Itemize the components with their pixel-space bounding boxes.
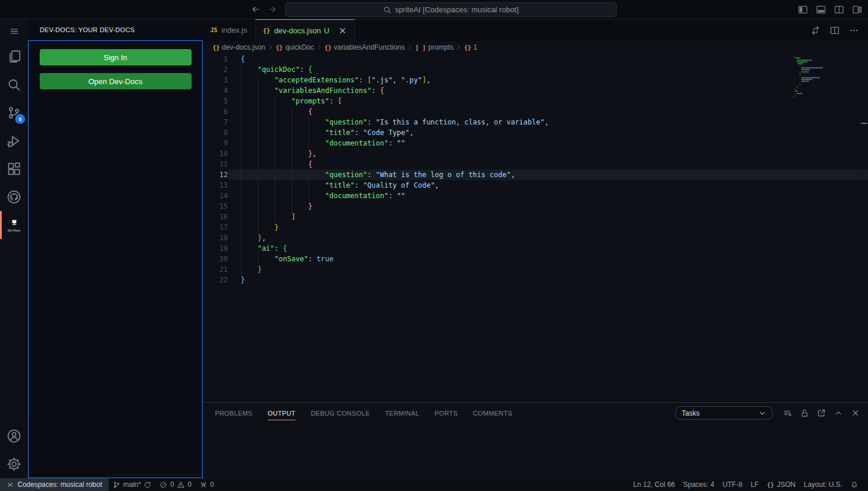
status-item-indentation[interactable]: Spaces: 4 <box>679 478 718 491</box>
line-number: 8 <box>203 127 228 138</box>
code-line-4[interactable]: 4 "variablesAndFunctions": { <box>203 85 868 96</box>
breadcrumb-item[interactable]: {}dev-docs.json <box>213 43 265 51</box>
more-actions-icon[interactable] <box>849 26 859 35</box>
clear-output-icon[interactable] <box>783 409 792 417</box>
activity-bar-item-search[interactable] <box>0 71 28 99</box>
close-panel-icon[interactable] <box>851 409 860 417</box>
status-item-end-of-line[interactable]: LF <box>747 478 763 491</box>
toggle-primary-sidebar-icon[interactable] <box>798 5 808 15</box>
status-item-language-mode[interactable]: {}JSON <box>763 478 800 491</box>
code-line-2[interactable]: 2 "quickDoc": { <box>203 64 868 75</box>
line-number: 15 <box>203 201 228 212</box>
tab-index-js[interactable]: JSindex.js <box>203 19 255 41</box>
breadcrumb-item[interactable]: [ ]prompts <box>415 43 453 51</box>
status-item-git-branch[interactable]: main* <box>109 478 156 491</box>
code-line-18[interactable]: 18 }, <box>203 233 868 243</box>
status-item-keyboard-layout[interactable]: Layout: U.S. <box>800 478 846 491</box>
status-item-encoding[interactable]: UTF-8 <box>718 478 747 491</box>
code-line-3[interactable]: 3 "acceptedExtensions": [".js", ".py"], <box>203 75 868 85</box>
code-line-19[interactable]: 19 "ai": { <box>203 243 868 254</box>
activity-bar-item-dev-docs[interactable]: Dev-Docs <box>0 211 28 239</box>
toggle-secondary-sidebar-icon[interactable] <box>834 5 844 15</box>
extensions-icon <box>7 162 21 176</box>
error-icon <box>159 481 167 489</box>
code-line-7[interactable]: 7 "question": "Is this a function, class… <box>203 117 868 127</box>
code-line-13[interactable]: 13 "title": "Quality of Code", <box>203 180 868 191</box>
customize-layout-icon[interactable] <box>852 5 862 15</box>
activity-bar-item-settings[interactable] <box>0 450 28 478</box>
activity-bar-item-github[interactable] <box>0 183 28 211</box>
sidebar-panel-body: Sign InOpen Dev-Docs <box>28 40 203 478</box>
panel-tab-terminal[interactable]: TERMINAL <box>385 403 419 423</box>
line-number: 11 <box>203 159 228 170</box>
status-bar: Codespaces: musical robotmain*000 Ln 12,… <box>0 478 868 491</box>
breadcrumb-item[interactable]: {}1 <box>464 43 477 51</box>
source-control-badge: 5 <box>15 114 25 124</box>
code-line-10[interactable]: 10 }, <box>203 148 868 159</box>
status-item-forwarded-ports[interactable]: 0 <box>196 478 218 491</box>
status-item-cursor-position[interactable]: Ln 12, Col 66 <box>629 478 679 491</box>
line-number: 5 <box>203 96 228 106</box>
status-item-notifications[interactable] <box>846 478 862 491</box>
sync-icon <box>144 481 151 489</box>
code-line-12[interactable]: 12 "question": "What is the log o of thi… <box>203 170 868 180</box>
code-line-11[interactable]: 11 { <box>203 159 868 170</box>
open-dev-docs-button[interactable]: Open Dev-Docs <box>40 73 192 89</box>
line-number: 19 <box>203 243 228 254</box>
split-editor-icon[interactable] <box>830 26 839 35</box>
minimap[interactable] <box>793 56 859 99</box>
panel-header: PROBLEMSOUTPUTDEBUG CONSOLETERMINALPORTS… <box>203 403 868 423</box>
open-changes-icon[interactable] <box>811 26 820 35</box>
activity-bar-item-source-control[interactable]: 5 <box>0 99 28 127</box>
activity-bar-item-menu[interactable] <box>0 19 28 43</box>
code-line-14[interactable]: 14 "documentation": "" <box>203 191 868 201</box>
braces-icon: {} <box>767 482 774 488</box>
code-line-20[interactable]: 20 "onSave": true <box>203 254 868 264</box>
accounts-icon <box>7 429 21 443</box>
command-center-search[interactable]: spriteAI [Codespaces: musical robot] <box>285 2 617 17</box>
status-item-problems[interactable]: 00 <box>155 478 195 491</box>
close-tab-icon[interactable] <box>338 26 347 35</box>
code-line-5[interactable]: 5 "prompts": [ <box>203 96 868 106</box>
maximize-panel-icon[interactable] <box>834 409 843 417</box>
back-icon[interactable] <box>251 5 261 14</box>
activity-bar-item-run-and-debug[interactable] <box>0 127 28 155</box>
output-channel-dropdown[interactable]: Tasks <box>675 406 773 420</box>
code-line-1[interactable]: 1{ <box>203 54 868 64</box>
code-editor[interactable]: 1{2 "quickDoc": {3 "acceptedExtensions":… <box>203 54 868 402</box>
panel-output-content <box>203 423 868 478</box>
activity-bar-item-accounts[interactable] <box>0 422 28 450</box>
code-line-9[interactable]: 9 "documentation": "" <box>203 138 868 148</box>
breadcrumb-item[interactable]: {}quickDoc <box>276 43 314 51</box>
lock-scrolling-icon[interactable] <box>800 409 809 417</box>
breadcrumb-item[interactable]: {}variablesAndFunctions <box>325 43 405 51</box>
status-item-remote-indicator[interactable]: Codespaces: musical robot <box>0 478 109 491</box>
panel-tab-problems[interactable]: PROBLEMS <box>215 403 252 423</box>
code-line-17[interactable]: 17 } <box>203 222 868 233</box>
toggle-panel-icon[interactable] <box>816 5 826 15</box>
code-line-22[interactable]: 22} <box>203 275 868 285</box>
sign-in-button[interactable]: Sign In <box>40 49 192 65</box>
activity-bar-item-explorer[interactable] <box>0 43 28 71</box>
tab-dev-docs-json[interactable]: {}dev-docs.jsonU <box>255 19 355 41</box>
code-line-21[interactable]: 21 } <box>203 264 868 275</box>
git-status-badge: U <box>324 26 329 35</box>
panel-tab-ports[interactable]: PORTS <box>435 403 458 423</box>
line-number: 18 <box>203 233 228 243</box>
line-number: 17 <box>203 222 228 233</box>
editor-tab-bar: JSindex.js{}dev-docs.jsonU <box>203 19 868 41</box>
code-line-6[interactable]: 6 { <box>203 106 868 117</box>
bell-icon <box>850 481 858 489</box>
code-line-15[interactable]: 15 } <box>203 201 868 212</box>
dev-docs-icon <box>9 219 19 229</box>
line-number: 9 <box>203 138 228 148</box>
panel-tab-debug-console[interactable]: DEBUG CONSOLE <box>311 403 370 423</box>
code-line-16[interactable]: 16 ] <box>203 212 868 222</box>
panel-tab-output[interactable]: OUTPUT <box>268 403 296 423</box>
open-output-in-editor-icon[interactable] <box>817 409 826 417</box>
panel-tab-comments[interactable]: COMMENTS <box>473 403 512 423</box>
activity-bar-item-extensions[interactable] <box>0 155 28 183</box>
forward-icon[interactable] <box>268 5 277 14</box>
code-line-8[interactable]: 8 "title": "Code Type", <box>203 127 868 138</box>
overview-ruler <box>860 54 868 402</box>
